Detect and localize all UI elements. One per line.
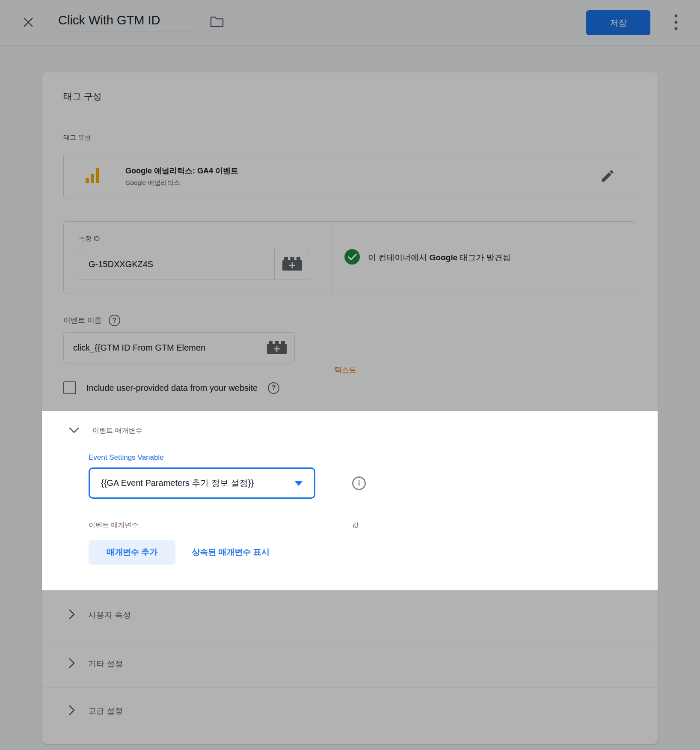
dropdown-caret-icon: [294, 481, 303, 486]
info-icon[interactable]: i: [352, 476, 366, 490]
event-settings-variable-row: {{GA Event Parameters 추가 정보 설정}} i: [89, 467, 658, 499]
chevron-down-icon: [68, 427, 80, 435]
value-column-label: 값: [352, 521, 359, 530]
parameter-column-label: 이벤트 매개변수: [89, 521, 138, 529]
dim-overlay: [0, 0, 700, 750]
parameter-table-header: 이벤트 매개변수 값: [89, 521, 658, 530]
event-settings-variable-label: Event Settings Variable: [89, 453, 658, 462]
event-parameters-title: 이벤트 매개변수: [92, 426, 142, 435]
parameter-actions: 매개변수 추가 상속된 매개변수 표시: [89, 540, 658, 565]
show-inherited-parameters-link[interactable]: 상속된 매개변수 표시: [192, 547, 270, 558]
event-settings-variable-select[interactable]: {{GA Event Parameters 추가 정보 설정}}: [89, 467, 315, 499]
selected-variable: {{GA Event Parameters 추가 정보 설정}}: [101, 477, 254, 489]
gtm-tag-editor: Click With GTM ID 저장 태그 구성 태그 유형: [0, 0, 700, 750]
add-parameter-button[interactable]: 매개변수 추가: [89, 540, 175, 565]
event-parameters-section: 이벤트 매개변수 Event Settings Variable {{GA Ev…: [42, 411, 658, 590]
event-parameters-header[interactable]: 이벤트 매개변수: [42, 411, 658, 435]
